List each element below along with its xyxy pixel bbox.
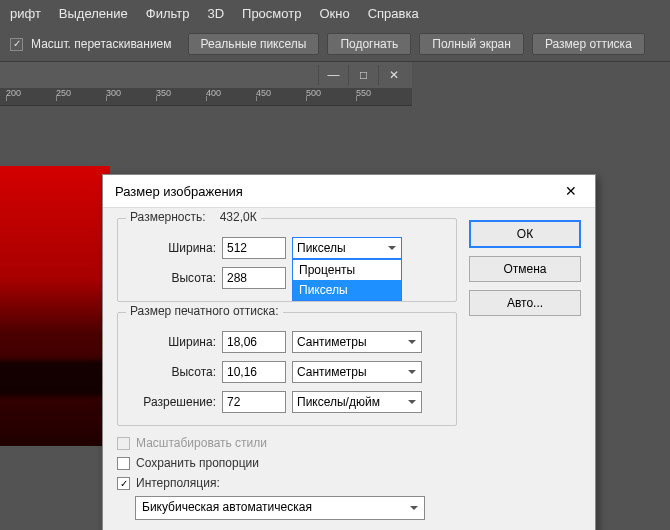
toolbar-button-actual-pixels[interactable]: Реальные пикселы (188, 33, 320, 55)
toolbar-button-fit[interactable]: Подогнать (327, 33, 411, 55)
menu-item[interactable]: Справка (368, 6, 419, 21)
resolution-label: Разрешение: (128, 395, 216, 409)
menu-item[interactable]: Просмотр (242, 6, 301, 21)
scale-styles-checkbox (117, 437, 130, 450)
menu-item[interactable]: Фильтр (146, 6, 190, 21)
print-height-input[interactable] (222, 361, 286, 383)
dropdown-option-pixels[interactable]: Пикселы (293, 280, 401, 300)
print-height-label: Высота: (128, 365, 216, 379)
scale-drag-label: Масшт. перетаскиванием (31, 37, 172, 51)
dialog-titlebar[interactable]: Размер изображения ✕ (103, 175, 595, 208)
menu-item[interactable]: 3D (207, 6, 224, 21)
options-bar: Масшт. перетаскиванием Реальные пикселы … (0, 27, 670, 62)
menu-item[interactable]: Окно (319, 6, 349, 21)
window-titlebar: — □ ✕ (0, 62, 412, 88)
pixel-width-unit-select[interactable]: Пикселы Проценты Пикселы (292, 237, 402, 259)
dialog-close-icon[interactable]: ✕ (559, 183, 583, 199)
print-dimensions-group: Размер печатного оттиска: Ширина: Сантим… (117, 312, 457, 426)
print-height-unit-select[interactable]: Сантиметры (292, 361, 422, 383)
minimize-icon[interactable]: — (318, 65, 348, 85)
file-size-value: 432,0К (220, 210, 257, 224)
menu-item[interactable]: Выделение (59, 6, 128, 21)
pixel-height-input[interactable] (222, 267, 286, 289)
resolution-input[interactable] (222, 391, 286, 413)
constrain-proportions-checkbox[interactable] (117, 457, 130, 470)
scale-drag-checkbox[interactable] (10, 38, 23, 51)
constrain-proportions-option[interactable]: Сохранить пропорции (117, 456, 457, 470)
canvas-image[interactable] (0, 166, 110, 446)
dialog-title: Размер изображения (115, 184, 243, 199)
image-size-dialog: Размер изображения ✕ Размерность: 432,0К… (102, 174, 596, 530)
options-section: Масштабировать стили Сохранить пропорции… (117, 436, 457, 520)
print-width-label: Ширина: (128, 335, 216, 349)
menu-item[interactable]: рифт (10, 6, 41, 21)
height-label: Высота: (128, 271, 216, 285)
ok-button[interactable]: ОК (469, 220, 581, 248)
toolbar-button-fullscreen[interactable]: Полный экран (419, 33, 524, 55)
scale-styles-option: Масштабировать стили (117, 436, 457, 450)
interpolation-method-select[interactable]: Бикубическая автоматическая (135, 496, 425, 520)
pixel-width-input[interactable] (222, 237, 286, 259)
print-width-unit-select[interactable]: Сантиметры (292, 331, 422, 353)
interpolation-checkbox[interactable] (117, 477, 130, 490)
interpolation-option[interactable]: Интерполяция: (117, 476, 457, 490)
close-icon[interactable]: ✕ (378, 65, 408, 85)
pixel-dimensions-label: Размерность: (130, 210, 206, 224)
cancel-button[interactable]: Отмена (469, 256, 581, 282)
horizontal-ruler: 200 250 300 350 400 450 500 550 (0, 88, 412, 106)
print-width-input[interactable] (222, 331, 286, 353)
pixel-dimensions-group: Размерность: 432,0К Ширина: Пикселы Проц… (117, 218, 457, 302)
resolution-unit-select[interactable]: Пикселы/дюйм (292, 391, 422, 413)
width-label: Ширина: (128, 241, 216, 255)
pixel-unit-dropdown: Проценты Пикселы (292, 259, 402, 301)
maximize-icon[interactable]: □ (348, 65, 378, 85)
menu-bar: рифт Выделение Фильтр 3D Просмотр Окно С… (0, 0, 670, 27)
dropdown-option-percent[interactable]: Проценты (293, 260, 401, 280)
toolbar-button-print-size[interactable]: Размер оттиска (532, 33, 645, 55)
print-dimensions-label: Размер печатного оттиска: (126, 304, 283, 318)
auto-button[interactable]: Авто... (469, 290, 581, 316)
